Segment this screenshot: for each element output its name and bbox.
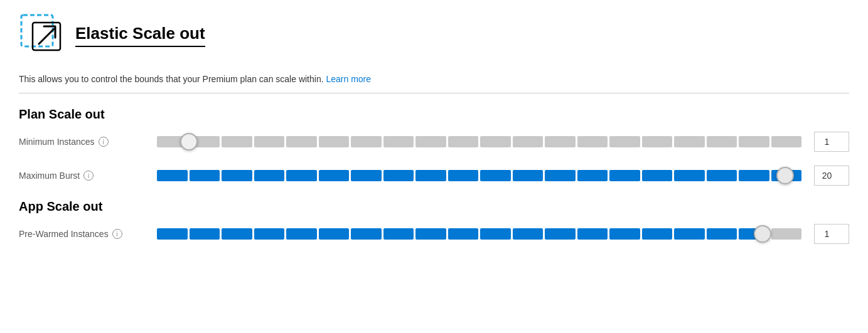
maximum-burst-track — [157, 170, 801, 181]
maximum-burst-row: Maximum Burst i — [19, 166, 849, 186]
minimum-instances-slider[interactable] — [157, 133, 801, 151]
app-scale-heading: App Scale out — [19, 199, 849, 214]
description-text: This allows you to control the bounds th… — [19, 74, 849, 93]
maximum-burst-thumb[interactable] — [776, 167, 794, 184]
minimum-instances-row: Minimum Instances i — [19, 132, 849, 152]
elastic-scale-icon — [19, 13, 64, 58]
learn-more-link[interactable]: Learn more — [326, 74, 371, 84]
pre-warmed-info-icon[interactable]: i — [112, 229, 122, 239]
header: Elastic Scale out — [19, 13, 849, 66]
minimum-instances-info-icon[interactable]: i — [99, 137, 109, 147]
maximum-burst-label: Maximum Burst i — [19, 171, 144, 181]
minimum-instances-value[interactable] — [814, 132, 849, 152]
maximum-burst-slider[interactable] — [157, 167, 801, 184]
plan-scale-heading: Plan Scale out — [19, 107, 849, 122]
pre-warmed-label: Pre-Warmed Instances i — [19, 229, 144, 239]
page-title: Elastic Scale out — [75, 24, 205, 47]
pre-warmed-track — [157, 228, 801, 240]
svg-line-2 — [39, 29, 54, 44]
maximum-burst-value[interactable] — [814, 166, 849, 186]
pre-warmed-value[interactable] — [814, 224, 849, 244]
svg-rect-0 — [21, 15, 53, 46]
maximum-burst-info-icon[interactable]: i — [83, 171, 94, 181]
minimum-instances-track — [157, 136, 801, 147]
pre-warmed-slider[interactable] — [157, 225, 801, 243]
minimum-instances-label: Minimum Instances i — [19, 137, 144, 147]
pre-warmed-thumb[interactable] — [754, 225, 771, 243]
pre-warmed-row: Pre-Warmed Instances i — [19, 224, 849, 244]
minimum-instances-thumb[interactable] — [180, 133, 198, 151]
